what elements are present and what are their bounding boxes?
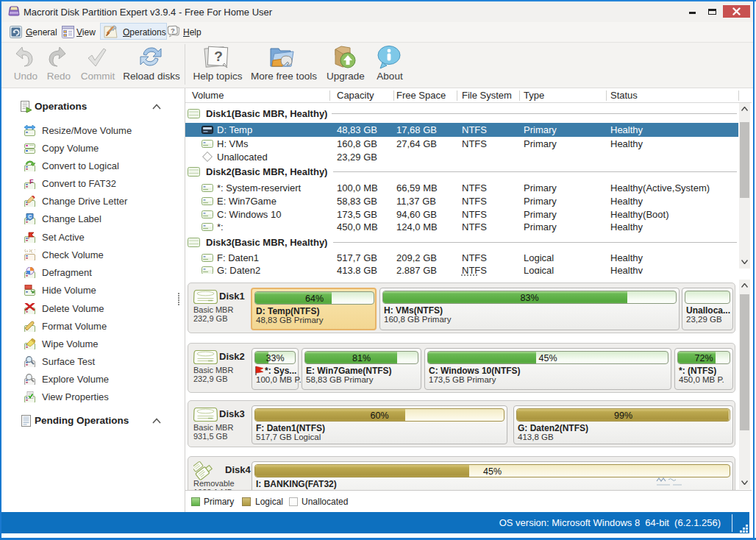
svg-text:C: C bbox=[28, 214, 32, 219]
svg-text:?: ? bbox=[214, 49, 223, 64]
svg-text:?: ? bbox=[171, 26, 175, 35]
svg-text:F: F bbox=[29, 178, 34, 185]
